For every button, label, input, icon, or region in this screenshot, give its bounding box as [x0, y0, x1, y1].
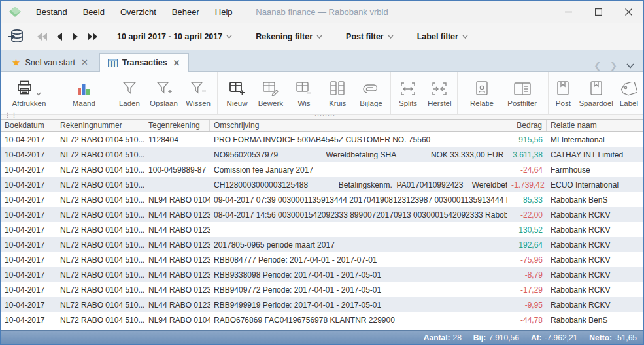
date-range-dropdown[interactable]: 10 april 2017 - 10 april 2017	[110, 28, 239, 45]
first-period-button[interactable]	[37, 33, 48, 41]
table-edit-icon	[262, 80, 279, 96]
table-row[interactable]: 10-04-2017 NL72 RABO 0104 510... NL44 RA…	[1, 222, 643, 237]
boekdatum-cell: 10-04-2017	[1, 180, 56, 189]
date-range-label: 10 april 2017 - 10 april 2017	[117, 32, 222, 41]
table-row[interactable]: 10-04-2017 NL72 RABO 0104 510... 1128404…	[1, 132, 643, 147]
toolbar-label: Laden	[119, 99, 140, 107]
tegenrekening-cell: NL44 RABO 0123 456...	[144, 225, 210, 235]
table-row[interactable]: 10-04-2017 NL72 RABO 0104 510... NO95602…	[1, 147, 643, 162]
table-row[interactable]: 10-04-2017 NL72 RABO 0104 510... NL44 RA…	[1, 252, 643, 267]
label-filter-dropdown[interactable]: Label filter	[411, 28, 475, 45]
rekening-filter-dropdown[interactable]: Rekening filter	[249, 28, 329, 45]
database-export-icon[interactable]	[7, 28, 25, 45]
splits-button[interactable]: Splits	[394, 76, 422, 110]
relatie-cell: Rabobank BenS	[547, 316, 643, 325]
tab-transacties[interactable]: Transacties ✕	[99, 53, 189, 72]
amount-cell: -8,79	[507, 271, 547, 280]
menu-help[interactable]: Help	[207, 2, 241, 22]
chevron-down-icon	[36, 92, 41, 96]
kruis-button[interactable]: Kruis	[323, 76, 352, 110]
label-button[interactable]: Label	[615, 76, 643, 110]
amount-cell: -9,95	[507, 301, 547, 310]
table-icon	[108, 59, 118, 67]
toolbar-group-post: Post Spaardoel Label	[549, 72, 643, 114]
close-tab-icon[interactable]: ✕	[173, 58, 180, 68]
tab-list-dropdown-icon[interactable]	[626, 59, 634, 71]
table-row[interactable]: 10-04-2017 NL72 RABO 0104 510... 100-045…	[1, 162, 643, 177]
omschrijving-cell: CH1280003000003125488 Betalingskenm. PA0…	[210, 180, 507, 189]
funnel-plus-icon	[156, 80, 172, 96]
postfilter-button[interactable]: Postfilter	[506, 76, 538, 110]
wis-button[interactable]: Wis	[290, 76, 318, 110]
tegenrekening-cell: 100-0459889-87	[144, 165, 210, 174]
maand-button[interactable]: Maand	[69, 76, 98, 110]
opslaan-button[interactable]: Opslaan	[148, 76, 179, 110]
toolbar-group-split: Splits Herstel	[391, 72, 458, 114]
post-filter-dropdown[interactable]: Post filter	[339, 28, 400, 45]
chevron-down-icon	[462, 35, 468, 39]
spaardoel-button[interactable]: Spaardoel	[577, 76, 614, 110]
rekeningnummer-cell: NL72 RABO 0104 510...	[56, 286, 144, 295]
last-period-button[interactable]	[87, 33, 97, 41]
table-row[interactable]: 10-04-2017 NL72 RABO 0104 510... CH12800…	[1, 177, 643, 192]
action-toolbar: Afdrukken Maand Laden Opslaan Wissen	[1, 72, 643, 115]
table-row[interactable]: 10-04-2017 NL72 RABO 0104 510... NL94 RA…	[1, 192, 643, 207]
menu-beheer[interactable]: Beheer	[164, 2, 207, 22]
column-header-tegenrekening[interactable]: Tegenrekening	[144, 120, 210, 131]
table-row[interactable]: 10-04-2017 NL72 RABO 0104 510... NL44 RA…	[1, 282, 643, 297]
omschrijving-cell: RABO676869 FAC04196756978 KLANTNR 229900	[210, 316, 507, 325]
afdrukken-button[interactable]: Afdrukken	[11, 76, 48, 110]
table-row[interactable]: 10-04-2017 NL72 RABO 0104 510... NL44 RA…	[1, 207, 643, 222]
bijlage-button[interactable]: Bijlage	[357, 76, 386, 110]
transactions-table: Boekdatum Rekeningnummer Tegenrekening O…	[1, 119, 643, 330]
wissen-button[interactable]: Wissen	[184, 76, 212, 110]
toolbar-label: Spaardoel	[579, 99, 613, 107]
rekeningnummer-cell: NL72 RABO 0104 510...	[56, 180, 144, 189]
tab-snel-van-start[interactable]: ★ Snel van start ✕	[3, 53, 97, 71]
previous-period-button[interactable]	[57, 33, 63, 41]
column-header-boekdatum[interactable]: Boekdatum	[1, 120, 56, 131]
close-tab-icon[interactable]: ✕	[81, 58, 88, 67]
post-button[interactable]: Post	[549, 76, 577, 110]
table-row[interactable]: 10-04-2017 NL72 RABO 0104 510... NL44 RA…	[1, 267, 643, 282]
relatie-button[interactable]: Relatie	[467, 76, 496, 110]
tab-label: Transacties	[122, 58, 167, 67]
funnel-icon	[122, 80, 137, 96]
toolbar-group-filter: Laden Opslaan Wissen	[110, 72, 218, 114]
column-header-omschrijving[interactable]: Omschrijving	[210, 120, 507, 131]
next-period-button[interactable]	[72, 33, 78, 41]
column-header-rekeningnummer[interactable]: Rekeningnummer	[56, 120, 144, 131]
status-value: -7.962,21	[545, 333, 578, 342]
maximize-button[interactable]	[583, 1, 613, 23]
tab-scroll-left-icon[interactable]: ❮	[594, 61, 601, 71]
toolbar-label: Wissen	[186, 99, 211, 107]
table-row[interactable]: 10-04-2017 NL72 RABO 0104 510... NL94 RA…	[1, 312, 643, 327]
close-button[interactable]	[613, 1, 643, 23]
tegenrekening-cell: NL94 RABO 0104 510...	[144, 316, 210, 325]
bewerk-button[interactable]: Bewerk	[256, 76, 285, 110]
table-row[interactable]: 10-04-2017 NL72 RABO 0104 510... NL44 RA…	[1, 297, 643, 312]
column-header-bedrag[interactable]: Bedrag	[507, 120, 547, 131]
menu-beeld[interactable]: Beeld	[75, 2, 112, 22]
laden-button[interactable]: Laden	[115, 76, 144, 110]
toolbar-splitter[interactable]: ⋮⋮ ········	[1, 115, 643, 119]
menu-bestand[interactable]: Bestand	[28, 2, 75, 22]
status-value: 28	[452, 333, 461, 342]
tab-label: Snel van start	[25, 58, 75, 67]
tab-scroll-right-icon[interactable]: ❯	[610, 61, 617, 71]
table-row[interactable]: 10-04-2017 NL72 RABO 0104 510... NL44 RA…	[1, 237, 643, 252]
column-header-relatie-naam[interactable]: Relatie naam	[547, 120, 643, 131]
nieuw-button[interactable]: Nieuw	[223, 76, 252, 110]
relatie-cell: Rabobank RCKV	[547, 240, 643, 250]
boekdatum-cell: 10-04-2017	[1, 301, 56, 310]
paperclip-icon	[362, 83, 381, 96]
status-af: Af:-7.962,21	[531, 333, 577, 342]
boekdatum-cell: 10-04-2017	[1, 150, 56, 159]
bar-chart-icon	[76, 82, 91, 96]
herstel-button[interactable]: Herstel	[425, 76, 454, 110]
tegenrekening-cell: NL44 RABO 0123 456...	[144, 240, 210, 250]
toolbar-label: Afdrukken	[12, 99, 46, 107]
minimize-button[interactable]	[553, 1, 583, 23]
amount-cell: -17,29	[507, 286, 547, 295]
menu-overzicht[interactable]: Overzicht	[112, 2, 164, 22]
